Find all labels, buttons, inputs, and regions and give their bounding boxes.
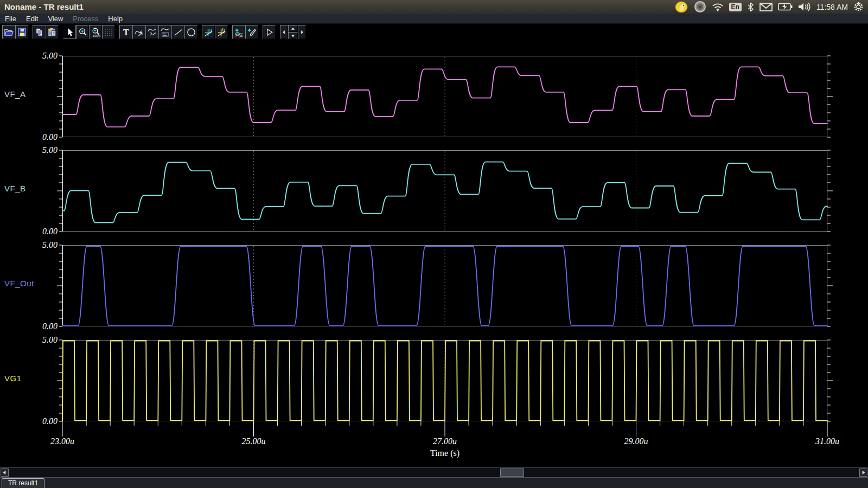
trace-label-vf_out: VF_Out: [4, 279, 34, 288]
indicator-orb-icon[interactable]: [694, 1, 706, 13]
trace-label-vg1: VG1: [4, 374, 22, 383]
svg-text:?: ?: [149, 31, 152, 37]
process-run-button[interactable]: [263, 25, 276, 39]
toolbar-group: 100%: [63, 25, 115, 39]
scrollbar-track[interactable]: [9, 468, 859, 477]
y-max-label: 5.00: [20, 145, 58, 155]
y-max-label: 5.00: [20, 240, 58, 250]
add-curves-button[interactable]: [232, 25, 245, 39]
y-max-label: 5.00: [20, 51, 58, 61]
curve-help-button[interactable]: ?: [145, 25, 158, 39]
cursor-a-button[interactable]: a: [202, 25, 215, 39]
grid-button[interactable]: [102, 25, 115, 39]
menu-help[interactable]: Help: [103, 15, 127, 23]
zoom-out-100-button[interactable]: 100%: [89, 25, 102, 39]
waveform-plot-area: VF_A5.000.00VF_B5.000.00VF_Out5.000.00VG…: [0, 40, 868, 467]
svg-text:a: a: [209, 27, 212, 33]
bluetooth-icon[interactable]: [747, 2, 754, 12]
zoom-in-button[interactable]: [76, 25, 89, 39]
volume-icon[interactable]: [798, 2, 811, 11]
nav-down-button[interactable]: [288, 32, 298, 39]
nav-left-button[interactable]: [280, 25, 288, 39]
copy-icon: [34, 27, 44, 37]
toolbar-group: [2, 25, 28, 39]
toolbar-group: [33, 25, 59, 39]
keyboard-layout-indicator[interactable]: En: [729, 3, 742, 11]
y-min-label: 0.00: [20, 322, 58, 331]
paste-button[interactable]: [46, 25, 59, 39]
select-cursor-button[interactable]: [63, 25, 76, 39]
toolbar: 100%T?ab: [0, 24, 868, 40]
wifi-icon[interactable]: [712, 3, 724, 11]
titlebar: Noname - TR result1 En 11:58 AM: [0, 0, 868, 14]
y-min-label: 0.00: [20, 227, 58, 236]
clock[interactable]: 11:58 AM: [816, 3, 848, 11]
waveform-vf_b: [62, 150, 827, 232]
probe-plus-button[interactable]: [245, 25, 258, 39]
svg-text:b: b: [222, 27, 225, 33]
text-tool-button[interactable]: T: [119, 25, 132, 39]
ellipse-tool-button[interactable]: [184, 25, 197, 39]
scroll-right-button[interactable]: [859, 468, 867, 477]
waveform-vf_out: [62, 245, 827, 326]
zoom-in-icon: [78, 27, 88, 37]
line-tool-icon: [173, 27, 183, 37]
line-tool-button[interactable]: [171, 25, 184, 39]
grid-icon: [104, 27, 114, 37]
paste-icon: [47, 27, 58, 37]
scrollbar-thumb[interactable]: [500, 468, 524, 477]
text-tool-icon: T: [121, 27, 131, 37]
y-min-label: 0.00: [20, 416, 58, 426]
window-title: Noname - TR result1: [0, 2, 84, 11]
menu-process[interactable]: Process: [68, 15, 103, 23]
x-axis-title: Time (s): [407, 448, 483, 458]
curve-pointer-button[interactable]: [132, 25, 145, 39]
copy-button[interactable]: [33, 25, 46, 39]
menubar: FileEditViewProcessHelp: [0, 14, 868, 24]
zoom-out-100-icon: 100%: [91, 27, 101, 37]
curve-legend-button[interactable]: [158, 25, 171, 39]
menu-edit[interactable]: Edit: [21, 15, 43, 23]
cursor-b-button[interactable]: b: [215, 25, 228, 39]
ellipse-tool-icon: [186, 27, 196, 37]
x-tick-label: 29.00u: [607, 436, 666, 446]
x-tick-label: 31.00u: [797, 436, 857, 446]
svg-text:100%: 100%: [92, 34, 100, 37]
nav-right-button[interactable]: [298, 25, 306, 39]
nav-left-icon: [280, 29, 288, 36]
nav-down-icon: [290, 33, 296, 39]
process-run-icon: [264, 27, 275, 37]
system-tray: En 11:58 AM: [675, 0, 868, 14]
nav-up-icon: [290, 25, 296, 32]
result-tab[interactable]: TR result1: [2, 478, 44, 488]
scroll-left-button[interactable]: [1, 468, 9, 477]
power-gear-icon[interactable]: [853, 2, 864, 12]
battery-icon[interactable]: [778, 3, 793, 11]
x-tick-label: 25.00u: [224, 436, 284, 446]
curve-legend-icon: [160, 27, 170, 37]
curve-help-icon: ?: [147, 27, 157, 37]
menu-file[interactable]: File: [0, 15, 21, 23]
cursor-a-icon: a: [203, 27, 214, 37]
nav-spinner: [288, 25, 298, 39]
save-file-button[interactable]: [15, 25, 28, 39]
nav-up-button[interactable]: [288, 25, 298, 32]
mail-icon[interactable]: [760, 3, 773, 11]
x-tick-label: 23.00u: [33, 436, 92, 446]
toolbar-group: [232, 25, 258, 39]
horizontal-scrollbar: [0, 467, 868, 477]
save-file-icon: [17, 27, 27, 37]
select-cursor-icon: [65, 27, 75, 37]
open-file-icon: [4, 27, 14, 37]
y-min-label: 0.00: [20, 132, 58, 142]
toolbar-group: ab: [202, 25, 228, 39]
trace-label-vf_b: VF_B: [4, 184, 26, 193]
toolbar-group: [263, 25, 276, 39]
y-max-label: 5.00: [20, 335, 58, 345]
toolbar-group: T?: [119, 25, 197, 39]
open-file-button[interactable]: [2, 25, 15, 39]
app-badge-icon[interactable]: [675, 1, 688, 13]
menu-view[interactable]: View: [43, 15, 68, 23]
x-tick-label: 27.00u: [415, 436, 475, 446]
add-curves-icon: [234, 27, 244, 37]
